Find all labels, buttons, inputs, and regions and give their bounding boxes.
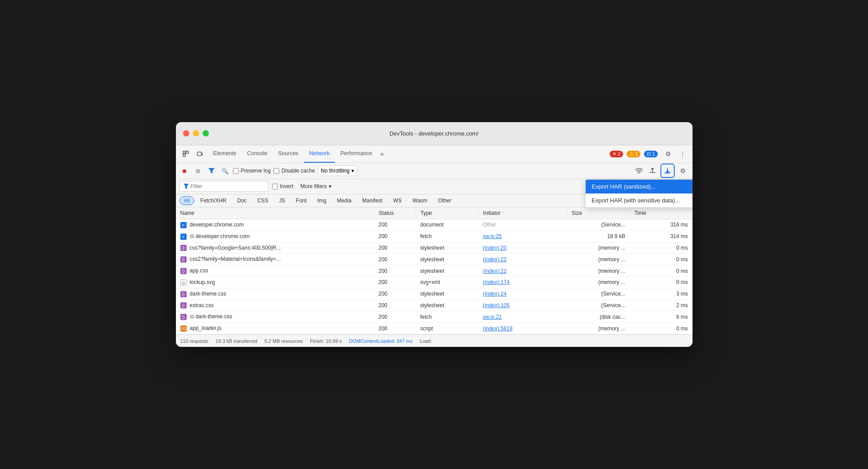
record-stop-button[interactable]: ⏺ <box>179 165 190 176</box>
initiator-link[interactable]: sw.js:21 <box>483 314 502 320</box>
row-type-icon: {} <box>180 314 187 320</box>
col-header-name[interactable]: Name <box>176 207 374 219</box>
warn-badge[interactable]: ⚠ 1 <box>627 151 640 157</box>
traffic-lights <box>183 130 209 136</box>
cell-size: (Service... <box>567 288 630 300</box>
cell-time: 0 ms <box>630 265 693 277</box>
table-row[interactable]: {} dark-theme.css 200 stylesheet (index)… <box>176 288 693 300</box>
table-row[interactable]: ⊡ lockup.svg 200 svg+xml (index):174 (me… <box>176 277 693 288</box>
type-btn-img[interactable]: Img <box>313 196 331 205</box>
more-filters-button[interactable]: More filters ▾ <box>297 182 335 190</box>
filter-text-input[interactable] <box>191 183 262 189</box>
filter-icon[interactable] <box>206 165 217 176</box>
initiator-link[interactable]: (index):105 <box>483 302 509 309</box>
maximize-button[interactable] <box>203 130 209 136</box>
disable-cache-checkbox[interactable]: Disable cache <box>273 168 315 174</box>
filter-input-container[interactable] <box>179 181 269 192</box>
table-row[interactable]: {} ⊙ dark-theme.css 200 fetch sw.js:21 (… <box>176 311 693 323</box>
settings-gear-icon[interactable]: ⚙ <box>662 148 675 160</box>
row-type-icon: ≡ <box>180 222 187 228</box>
initiator-link[interactable]: sw.js:25 <box>483 233 502 239</box>
error-badge[interactable]: ✕ 2 <box>610 151 623 157</box>
cell-name: ≡ ⊙ developer.chrome.com <box>176 230 374 242</box>
export-sanitized-item[interactable]: Export HAR (sanitized)... <box>586 180 693 193</box>
type-btn-ws[interactable]: WS <box>389 196 406 205</box>
clear-button[interactable]: ⊘ <box>193 165 204 176</box>
info-badge[interactable]: ⊡ 1 <box>644 151 657 157</box>
col-header-type[interactable]: Type <box>416 207 479 219</box>
network-conditions-icon[interactable] <box>634 165 644 176</box>
type-btn-font[interactable]: Font <box>292 196 311 205</box>
row-type-icon: ⊡ <box>180 280 187 286</box>
network-toolbar: ⏺ ⊘ 🔍 Preserve log Disable cache No thro… <box>176 163 693 179</box>
cell-initiator: (index):24 <box>478 288 567 300</box>
initiator-link[interactable]: (index):5818 <box>483 325 513 332</box>
device-toggle-icon[interactable] <box>194 148 206 160</box>
close-button[interactable] <box>183 130 189 136</box>
initiator-link[interactable]: (index):24 <box>483 291 506 297</box>
cell-status: 200 <box>374 230 416 242</box>
col-header-status[interactable]: Status <box>374 207 416 219</box>
tab-more-button[interactable]: » <box>378 150 387 157</box>
type-btn-all[interactable]: All <box>179 196 194 205</box>
table-row[interactable]: {} css?family=Google+Sans:400,500|R... 2… <box>176 242 693 254</box>
import-har-icon[interactable] <box>647 165 658 176</box>
cell-initiator: (index):174 <box>478 277 567 288</box>
type-btn-media[interactable]: Media <box>333 196 356 205</box>
table-row[interactable]: {} app.css 200 stylesheet (index):22 (me… <box>176 265 693 277</box>
invert-checkbox[interactable] <box>272 184 278 189</box>
type-btn-doc[interactable]: Doc <box>233 196 251 205</box>
table-row[interactable]: {} css2?family=Material+Icons&family=...… <box>176 254 693 265</box>
initiator-link[interactable]: (index):20 <box>483 245 506 251</box>
invert-checkbox-label[interactable]: Invert <box>272 183 293 189</box>
more-options-icon[interactable]: ⋮ <box>676 148 689 160</box>
col-header-initiator[interactable]: Initiator <box>478 207 567 219</box>
col-header-size[interactable]: Size <box>567 207 630 219</box>
type-btn-other[interactable]: Other <box>434 196 456 205</box>
type-btn-manifest[interactable]: Manifest <box>358 196 387 205</box>
transferred-size: 19.3 kB transferred <box>216 338 257 344</box>
error-icon: ✕ <box>612 151 616 157</box>
tab-network[interactable]: Network <box>304 145 335 163</box>
export-sensitive-item[interactable]: Export HAR (with sensitive data)... <box>586 193 693 207</box>
tab-console[interactable]: Console <box>242 145 273 163</box>
search-icon[interactable]: 🔍 <box>220 165 230 176</box>
info-icon: ⊡ <box>647 151 651 157</box>
preserve-log-checkbox[interactable]: Preserve log <box>233 168 271 174</box>
cell-initiator: (index):22 <box>478 265 567 277</box>
cell-size: (disk cac... <box>567 311 630 323</box>
tab-sources[interactable]: Sources <box>273 145 304 163</box>
row-type-icon: JS <box>180 325 187 332</box>
minimize-button[interactable] <box>193 130 199 136</box>
cell-time: 0 ms <box>630 254 693 265</box>
throttle-select[interactable]: No throttling ▾ <box>318 165 357 176</box>
type-btn-css[interactable]: CSS <box>253 196 273 205</box>
initiator-link[interactable]: (index):174 <box>483 279 509 285</box>
preserve-log-input[interactable] <box>233 168 239 174</box>
cell-name: {} ⊙ dark-theme.css <box>176 311 374 323</box>
table-row[interactable]: ≡ ⊙ developer.chrome.com 200 fetch sw.js… <box>176 230 693 242</box>
disable-cache-input[interactable] <box>273 168 279 174</box>
tab-performance[interactable]: Performance <box>335 145 378 163</box>
resource-name: app.css <box>190 267 208 274</box>
table-row[interactable]: ≡ developer.chrome.com 200 document Othe… <box>176 219 693 230</box>
type-btn-fetch-xhr[interactable]: Fetch/XHR <box>196 196 231 205</box>
inspect-icon[interactable] <box>179 148 192 160</box>
cell-time: 3 ms <box>630 288 693 300</box>
cell-size: (memory ... <box>567 277 630 288</box>
initiator-link[interactable]: (index):22 <box>483 256 506 263</box>
table-row[interactable]: {} extras.css 200 stylesheet (index):105… <box>176 300 693 311</box>
cell-size: (memory ... <box>567 254 630 265</box>
initiator-link[interactable]: (index):22 <box>483 268 506 274</box>
col-header-time[interactable]: Time <box>630 207 693 219</box>
export-har-dropdown: Export HAR (sanitized)... Export HAR (wi… <box>586 180 693 207</box>
type-btn-js[interactable]: JS <box>275 196 290 205</box>
tab-elements[interactable]: Elements <box>208 145 242 163</box>
table-row[interactable]: JS app_loader.js 200 script (index):5818… <box>176 323 693 334</box>
download-har-button[interactable] <box>660 164 675 178</box>
type-btn-wasm[interactable]: Wasm <box>408 196 432 205</box>
network-settings-icon[interactable]: ⚙ <box>677 165 689 177</box>
tab-list: Elements Console Sources Network Perform… <box>208 145 607 163</box>
resource-name: css?family=Google+Sans:400,500|R... <box>190 245 281 251</box>
cell-type: fetch <box>416 230 479 242</box>
